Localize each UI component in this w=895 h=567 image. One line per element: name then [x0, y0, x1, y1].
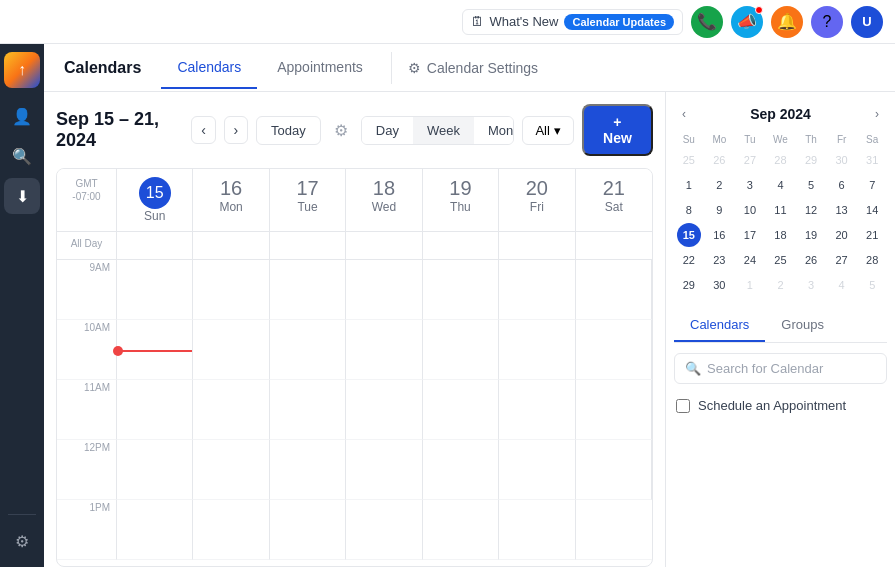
- mini-cal-day[interactable]: 21: [860, 223, 884, 247]
- calendar-cell[interactable]: [499, 380, 575, 440]
- mini-cal-day[interactable]: 2: [768, 273, 792, 297]
- mini-cal-day[interactable]: 28: [768, 148, 792, 172]
- calendar-cell[interactable]: [193, 500, 269, 560]
- next-button[interactable]: ›: [224, 116, 248, 144]
- allday-cell-5[interactable]: [499, 232, 575, 259]
- day-header-2[interactable]: 17 Tue: [270, 169, 346, 231]
- tab-appointments[interactable]: Appointments: [261, 47, 379, 89]
- calendar-cell[interactable]: [117, 500, 193, 560]
- megaphone-button[interactable]: 📣: [731, 6, 763, 38]
- mini-cal-day[interactable]: 19: [799, 223, 823, 247]
- mini-cal-day[interactable]: 26: [799, 248, 823, 272]
- mini-cal-prev[interactable]: ‹: [674, 104, 694, 124]
- calendar-cell[interactable]: [423, 320, 499, 380]
- mini-cal-day[interactable]: 29: [799, 148, 823, 172]
- mini-cal-day[interactable]: 22: [677, 248, 701, 272]
- calendar-cell[interactable]: [499, 500, 575, 560]
- view-day-button[interactable]: Day: [362, 117, 413, 144]
- mini-cal-day[interactable]: 3: [799, 273, 823, 297]
- calendar-settings-icon[interactable]: ⚙: [329, 116, 353, 144]
- view-month-button[interactable]: Month: [474, 117, 514, 144]
- calendar-cell[interactable]: [346, 380, 422, 440]
- calendar-cell[interactable]: [576, 380, 652, 440]
- sidebar-item-settings[interactable]: ⚙: [4, 523, 40, 559]
- day-header-0[interactable]: 15 Sun: [117, 169, 193, 231]
- calendar-cell[interactable]: [270, 320, 346, 380]
- calendar-cell[interactable]: [270, 260, 346, 320]
- calendar-cell[interactable]: [270, 500, 346, 560]
- mini-cal-day[interactable]: 29: [677, 273, 701, 297]
- calendar-cell[interactable]: [346, 320, 422, 380]
- mini-cal-day[interactable]: 28: [860, 248, 884, 272]
- allday-cell-2[interactable]: [270, 232, 346, 259]
- mini-cal-day[interactable]: 14: [860, 198, 884, 222]
- mini-cal-day[interactable]: 4: [830, 273, 854, 297]
- avatar-button[interactable]: U: [851, 6, 883, 38]
- mini-cal-day[interactable]: 15: [677, 223, 701, 247]
- mini-cal-day[interactable]: 30: [830, 148, 854, 172]
- sidebar-item-inbox[interactable]: ⬇: [4, 178, 40, 214]
- calendar-cell[interactable]: [576, 440, 652, 500]
- schedule-appointment-label[interactable]: Schedule an Appointment: [698, 398, 846, 413]
- phone-icon-button[interactable]: 📞: [691, 6, 723, 38]
- calendar-search[interactable]: 🔍: [674, 353, 887, 384]
- mini-cal-day[interactable]: 12: [799, 198, 823, 222]
- calendar-cell[interactable]: [193, 320, 269, 380]
- mini-cal-day[interactable]: 31: [860, 148, 884, 172]
- day-header-5[interactable]: 20 Fri: [499, 169, 575, 231]
- help-button[interactable]: ?: [811, 6, 843, 38]
- calendar-cell[interactable]: [270, 440, 346, 500]
- mini-cal-day[interactable]: 23: [707, 248, 731, 272]
- calendar-cell[interactable]: [193, 380, 269, 440]
- mini-cal-day[interactable]: 26: [707, 148, 731, 172]
- calendar-cell[interactable]: [423, 500, 499, 560]
- new-event-button[interactable]: + New: [582, 104, 653, 156]
- calendar-cell[interactable]: [576, 500, 652, 560]
- day-header-1[interactable]: 16 Mon: [193, 169, 269, 231]
- mini-cal-day[interactable]: 2: [707, 173, 731, 197]
- mini-cal-day[interactable]: 8: [677, 198, 701, 222]
- mini-cal-day[interactable]: 9: [707, 198, 731, 222]
- mini-cal-day[interactable]: 18: [768, 223, 792, 247]
- sidebar-item-search[interactable]: 🔍: [4, 138, 40, 174]
- calendar-cell[interactable]: [576, 320, 652, 380]
- view-week-button[interactable]: Week: [413, 117, 474, 144]
- allday-cell-1[interactable]: [193, 232, 269, 259]
- mini-cal-day[interactable]: 27: [830, 248, 854, 272]
- calendar-scroll[interactable]: 9AM10AM11AM12PM1PM: [57, 260, 652, 566]
- filter-button[interactable]: All ▾: [522, 116, 573, 145]
- mini-cal-day[interactable]: 7: [860, 173, 884, 197]
- calendar-cell[interactable]: [499, 320, 575, 380]
- sidebar-item-contacts[interactable]: 👤: [4, 98, 40, 134]
- search-input[interactable]: [707, 361, 876, 376]
- mini-cal-day[interactable]: 5: [799, 173, 823, 197]
- mini-cal-day[interactable]: 1: [738, 273, 762, 297]
- day-header-4[interactable]: 19 Thu: [423, 169, 499, 231]
- mini-cal-day[interactable]: 11: [768, 198, 792, 222]
- mini-cal-next[interactable]: ›: [867, 104, 887, 124]
- calendar-cell[interactable]: [117, 260, 193, 320]
- mini-cal-day[interactable]: 27: [738, 148, 762, 172]
- allday-cell-3[interactable]: [346, 232, 422, 259]
- calendar-cell[interactable]: [423, 440, 499, 500]
- panel-tab-groups[interactable]: Groups: [765, 309, 840, 342]
- day-header-6[interactable]: 21 Sat: [576, 169, 652, 231]
- mini-cal-day[interactable]: 20: [830, 223, 854, 247]
- tab-calendars[interactable]: Calendars: [161, 47, 257, 89]
- allday-cell-0[interactable]: [117, 232, 193, 259]
- calendar-cell[interactable]: [423, 380, 499, 440]
- schedule-appointment-checkbox[interactable]: [676, 399, 690, 413]
- mini-cal-day[interactable]: 3: [738, 173, 762, 197]
- calendar-cell[interactable]: [117, 320, 193, 380]
- whats-new-button[interactable]: 🗓 What's New Calendar Updates: [462, 9, 683, 35]
- panel-tab-calendars[interactable]: Calendars: [674, 309, 765, 342]
- calendar-cell[interactable]: [423, 260, 499, 320]
- mini-cal-day[interactable]: 30: [707, 273, 731, 297]
- calendar-cell[interactable]: [346, 500, 422, 560]
- mini-cal-day[interactable]: 1: [677, 173, 701, 197]
- calendar-cell[interactable]: [193, 260, 269, 320]
- mini-cal-day[interactable]: 17: [738, 223, 762, 247]
- mini-cal-day[interactable]: 4: [768, 173, 792, 197]
- calendar-cell[interactable]: [117, 440, 193, 500]
- today-button[interactable]: Today: [256, 116, 321, 145]
